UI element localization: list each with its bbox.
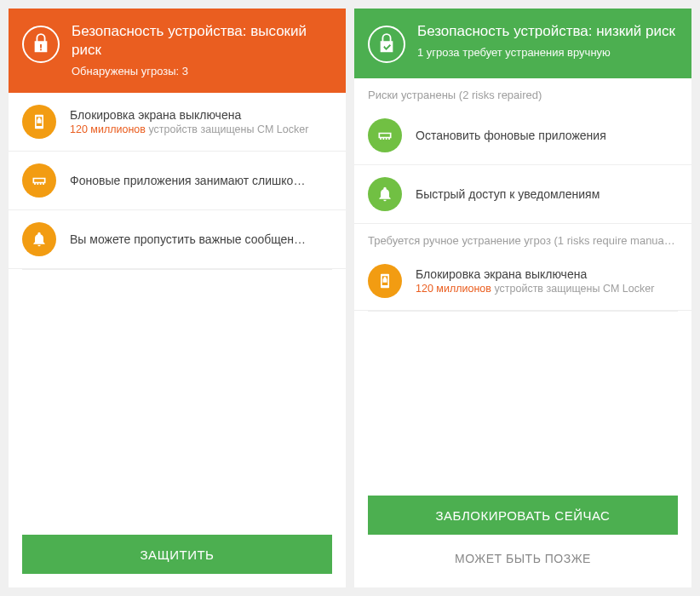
phone-right: Безопасность устройства: низкий риск 1 у… bbox=[354, 9, 691, 587]
item-title: Фоновые приложения занимают слишко… bbox=[70, 174, 332, 187]
phone-lock-icon bbox=[368, 264, 402, 298]
header-subtitle: Обнаружены угрозы: 3 bbox=[72, 65, 332, 77]
header-text: Безопасность устройства: высокий риск Об… bbox=[72, 22, 332, 77]
protect-button[interactable]: ЗАЩИТИТЬ bbox=[22, 535, 332, 574]
risk-content: Риски устранены (2 risks repaired) Остан… bbox=[354, 78, 691, 485]
item-subtitle: 120 миллионов устройств защищены CM Lock… bbox=[70, 123, 332, 135]
list-item[interactable]: Блокировка экрана выключена 120 миллионо… bbox=[9, 93, 346, 152]
header-subtitle: 1 угроза требует устранения вручную bbox=[417, 46, 678, 59]
ram-icon bbox=[22, 163, 56, 198]
divider bbox=[368, 311, 678, 312]
phone-lock-icon bbox=[22, 105, 56, 139]
item-text: Вы можете пропустить важные сообщен… bbox=[70, 232, 332, 246]
item-title: Блокировка экрана выключена bbox=[70, 108, 332, 122]
item-text: Остановить фоновые приложения bbox=[416, 129, 678, 142]
ram-icon bbox=[368, 118, 402, 152]
header-text: Безопасность устройства: низкий риск 1 у… bbox=[417, 22, 678, 59]
lock-check-icon bbox=[368, 26, 405, 63]
header-high-risk: Безопасность устройства: высокий риск Об… bbox=[9, 9, 346, 93]
item-title: Быстрый доступ к уведомлениям bbox=[416, 187, 678, 201]
item-title: Остановить фоновые приложения bbox=[416, 129, 678, 142]
item-subtitle: 120 миллионов устройств защищены CM Lock… bbox=[416, 283, 678, 295]
bell-icon bbox=[368, 177, 402, 211]
header-low-risk: Безопасность устройства: низкий риск 1 у… bbox=[354, 9, 691, 78]
item-text: Блокировка экрана выключена 120 миллионо… bbox=[416, 267, 678, 295]
header-title: Безопасность устройства: высокий риск bbox=[72, 22, 332, 60]
divider bbox=[22, 269, 332, 270]
item-text: Быстрый доступ к уведомлениям bbox=[416, 187, 678, 201]
bell-icon bbox=[22, 222, 56, 256]
item-title: Вы можете пропустить важные сообщен… bbox=[70, 232, 332, 246]
lock-now-button[interactable]: ЗАБЛОКИРОВАТЬ СЕЙЧАС bbox=[368, 496, 678, 535]
list-item[interactable]: Быстрый доступ к уведомлениям bbox=[354, 165, 691, 224]
lock-alert-icon bbox=[22, 26, 60, 63]
item-title: Блокировка экрана выключена bbox=[416, 267, 678, 281]
maybe-later-button[interactable]: МОЖЕТ БЫТЬ ПОЗЖЕ bbox=[368, 543, 678, 574]
list-item[interactable]: Вы можете пропустить важные сообщен… bbox=[9, 210, 346, 269]
item-text: Блокировка экрана выключена 120 миллионо… bbox=[70, 108, 332, 135]
footer: ЗАБЛОКИРОВАТЬ СЕЙЧАС МОЖЕТ БЫТЬ ПОЗЖЕ bbox=[354, 485, 691, 587]
phone-left: Безопасность устройства: высокий риск Об… bbox=[9, 9, 346, 587]
list-item[interactable]: Остановить фоновые приложения bbox=[354, 106, 691, 165]
threat-list: Блокировка экрана выключена 120 миллионо… bbox=[9, 93, 346, 524]
section-manual-label: Требуется ручное устранение угроз (1 ris… bbox=[354, 224, 691, 252]
list-item[interactable]: Фоновые приложения занимают слишко… bbox=[9, 152, 346, 210]
footer: ЗАЩИТИТЬ bbox=[9, 524, 346, 587]
list-item[interactable]: Блокировка экрана выключена 120 миллионо… bbox=[354, 252, 691, 311]
header-title: Безопасность устройства: низкий риск bbox=[417, 22, 678, 41]
item-text: Фоновые приложения занимают слишко… bbox=[70, 174, 332, 187]
section-repaired-label: Риски устранены (2 risks repaired) bbox=[354, 78, 691, 106]
